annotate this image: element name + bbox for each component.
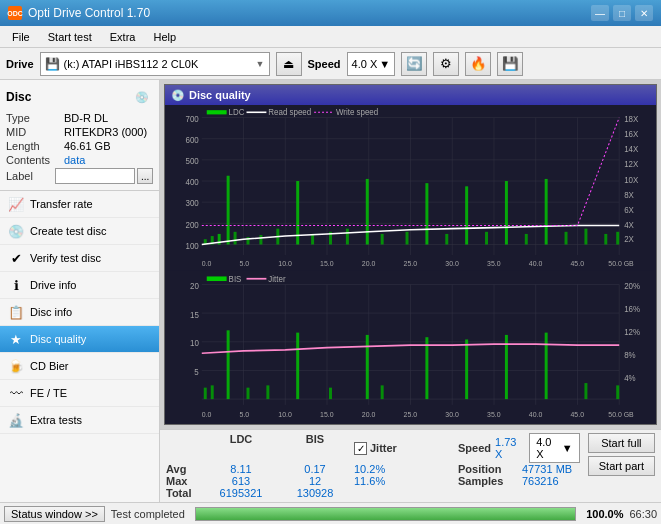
app-title: Opti Drive Control 1.70: [28, 6, 150, 20]
svg-text:40.0: 40.0: [529, 410, 543, 420]
disc-label-row: Label ...: [6, 168, 153, 184]
nav-disc-info[interactable]: 📋 Disc info: [0, 299, 159, 326]
svg-text:12X: 12X: [624, 160, 639, 169]
jitter-section: ✓ Jitter: [354, 433, 454, 463]
speed-selector[interactable]: 4.0 X ▼: [347, 52, 396, 76]
svg-text:0.0: 0.0: [202, 259, 212, 267]
svg-rect-97: [266, 385, 269, 399]
panel-content: 700 600 500 400 300 200 100 18X 16X 14X …: [165, 105, 656, 424]
svg-text:30.0: 30.0: [445, 410, 459, 420]
svg-rect-31: [381, 234, 384, 245]
nav-fe-te[interactable]: 〰 FE / TE: [0, 380, 159, 407]
stats-table: LDC BIS ✓ Jitter Speed 1.73 X 4.0 X ▼: [166, 433, 580, 499]
title-bar: ODC Opti Drive Control 1.70 — □ ✕: [0, 0, 661, 26]
menu-bar: File Start test Extra Help: [0, 26, 661, 48]
minimize-button[interactable]: —: [591, 5, 609, 21]
type-label: Type: [6, 112, 64, 124]
speed-dropdown-icon: ▼: [562, 442, 573, 454]
svg-rect-105: [545, 333, 548, 399]
panel-title: Disc quality: [189, 89, 251, 101]
svg-text:BIS: BIS: [229, 274, 242, 285]
svg-text:40.0: 40.0: [529, 259, 543, 267]
nav-create-test-disc[interactable]: 💿 Create test disc: [0, 218, 159, 245]
jitter-header: Jitter: [370, 442, 397, 454]
eject-button[interactable]: ⏏: [276, 52, 302, 76]
svg-rect-71: [207, 110, 227, 114]
speed-selector[interactable]: 4.0 X ▼: [529, 433, 580, 463]
svg-text:15: 15: [190, 309, 199, 320]
svg-text:30.0: 30.0: [445, 259, 459, 267]
svg-rect-42: [604, 234, 607, 245]
svg-rect-99: [329, 388, 332, 399]
refresh-button[interactable]: 🔄: [401, 52, 427, 76]
nav-verify-test-disc-label: Verify test disc: [30, 252, 101, 264]
avg-bis: 0.17: [280, 463, 350, 475]
mid-label: MID: [6, 126, 64, 138]
svg-text:4%: 4%: [624, 372, 636, 383]
speed-setting: 4.0 X: [536, 436, 560, 460]
nav-verify-test-disc[interactable]: ✔ Verify test disc: [0, 245, 159, 272]
status-window-button[interactable]: Status window >>: [4, 506, 105, 522]
drive-value: (k:) ATAPI iHBS112 2 CL0K: [64, 58, 256, 70]
disc-quality-icon: ★: [8, 331, 24, 347]
disc-length-row: Length 46.61 GB: [6, 140, 153, 152]
progress-bar: [195, 507, 576, 521]
label-browse-button[interactable]: ...: [137, 168, 153, 184]
status-bar: Status window >> Test completed 100.0% 6…: [0, 502, 661, 524]
svg-text:200: 200: [186, 220, 200, 229]
settings-button[interactable]: ⚙: [433, 52, 459, 76]
menu-help[interactable]: Help: [145, 29, 184, 45]
position-value: 47731 MB: [522, 463, 572, 475]
jitter-checkbox[interactable]: ✓: [354, 442, 367, 455]
svg-text:100: 100: [186, 242, 200, 251]
disc-icon-button[interactable]: 💿: [131, 86, 153, 108]
svg-text:6X: 6X: [624, 206, 634, 215]
nav-extra-tests-label: Extra tests: [30, 414, 82, 426]
svg-rect-96: [247, 388, 250, 399]
svg-text:LDC: LDC: [229, 108, 245, 117]
disc-contents-row: Contents data: [6, 154, 153, 166]
svg-text:18X: 18X: [624, 115, 639, 124]
cd-bier-icon: 🍺: [8, 358, 24, 374]
progress-percent: 100.0%: [586, 508, 623, 520]
svg-rect-22: [234, 232, 237, 245]
drive-icon: 💾: [45, 57, 60, 71]
burn-button[interactable]: 🔥: [465, 52, 491, 76]
drive-selector[interactable]: 💾 (k:) ATAPI iHBS112 2 CL0K ▼: [40, 52, 270, 76]
menu-extra[interactable]: Extra: [102, 29, 144, 45]
close-button[interactable]: ✕: [635, 5, 653, 21]
nav-cd-bier[interactable]: 🍺 CD Bier: [0, 353, 159, 380]
nav-disc-quality[interactable]: ★ Disc quality: [0, 326, 159, 353]
svg-text:500: 500: [186, 157, 200, 166]
main-layout: Disc 💿 Type BD-R DL MID RITEKDR3 (000) L…: [0, 80, 661, 502]
start-part-button[interactable]: Start part: [588, 456, 655, 476]
label-input[interactable]: [55, 168, 135, 184]
save-button[interactable]: 💾: [497, 52, 523, 76]
svg-rect-94: [211, 385, 214, 399]
verify-test-disc-icon: ✔: [8, 250, 24, 266]
svg-rect-100: [366, 335, 369, 399]
svg-text:8%: 8%: [624, 349, 636, 360]
maximize-button[interactable]: □: [613, 5, 631, 21]
svg-rect-21: [227, 176, 230, 245]
menu-start-test[interactable]: Start test: [40, 29, 100, 45]
svg-text:16X: 16X: [624, 129, 639, 138]
svg-text:35.0: 35.0: [487, 410, 501, 420]
disc-info-icon: 📋: [8, 304, 24, 320]
start-full-button[interactable]: Start full: [588, 433, 655, 453]
action-buttons: Start full Start part: [588, 433, 655, 476]
speed-value: 4.0 X: [352, 58, 378, 70]
nav-drive-info[interactable]: ℹ Drive info: [0, 272, 159, 299]
svg-text:50.0 GB: 50.0 GB: [608, 259, 634, 267]
svg-rect-43: [616, 232, 619, 245]
stats-max-row: Max 613 12 11.6% Samples 763216: [166, 475, 580, 487]
max-jitter: 11.6%: [354, 475, 454, 487]
svg-text:15.0: 15.0: [320, 410, 334, 420]
svg-text:20%: 20%: [624, 280, 640, 291]
menu-file[interactable]: File: [4, 29, 38, 45]
speed-header: Speed: [458, 442, 491, 454]
nav-transfer-rate[interactable]: 📈 Transfer rate: [0, 191, 159, 218]
nav-extra-tests[interactable]: 🔬 Extra tests: [0, 407, 159, 434]
svg-rect-30: [366, 179, 369, 245]
svg-text:20.0: 20.0: [362, 259, 376, 267]
